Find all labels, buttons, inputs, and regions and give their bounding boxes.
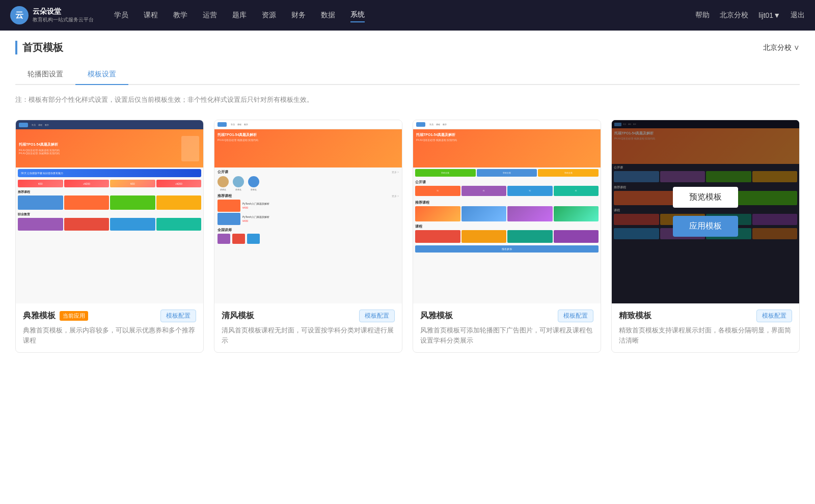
template-desc-4: 精致首页模板支持课程展示封面，各模板分隔明显，界面简洁清晰 — [619, 325, 792, 345]
template-name-left-1: 典雅模板 当前应用 — [23, 311, 88, 321]
nav-item-courses[interactable]: 课程 — [144, 9, 158, 22]
page-title-row: 首页模板 北京分校 ∨ — [15, 41, 800, 54]
nav-right: 帮助 北京分校 lijt01▼ 退出 — [695, 11, 805, 20]
nav-menu: 学员 课程 教学 运营 题库 资源 财务 数据 系统 — [114, 8, 695, 22]
template-desc-1: 典雅首页模板，展示内容较多，可以展示优惠券和多个推荐课程 — [23, 325, 196, 345]
template-card-4: 学员 课程 教学 托福TPO1-54真题及解析 P4 AI·Q语言处理·线路进程… — [611, 120, 800, 353]
user-menu[interactable]: lijt01▼ — [758, 11, 780, 19]
template-footer-4: 精致模板 模板配置 精致首页模板支持课程展示封面，各模板分隔明显，界面简洁清晰 — [612, 303, 799, 352]
template-footer-1: 典雅模板 当前应用 模板配置 典雅首页模板，展示内容较多，可以展示优惠券和多个推… — [16, 303, 203, 352]
logo-area: 云 云朵设堂 教育机构一站式服务云平台 — [10, 6, 94, 24]
help-link[interactable]: 帮助 — [695, 11, 710, 20]
template-name-row-2: 清风模板 模板配置 — [222, 310, 395, 322]
logo-sub-text: 教育机构一站式服务云平台 — [33, 16, 94, 23]
nav-item-operations[interactable]: 运营 — [203, 9, 217, 22]
main-header: 云 云朵设堂 教育机构一站式服务云平台 学员 课程 教学 运营 题库 资源 财务… — [0, 0, 815, 31]
current-badge-1: 当前应用 — [60, 311, 88, 321]
logo-main-text: 云朵设堂 — [33, 7, 94, 16]
template-name-1: 典雅模板 — [23, 311, 56, 321]
template-name-left-3: 风雅模板 — [420, 311, 453, 321]
tab-carousel[interactable]: 轮播图设置 — [15, 65, 75, 85]
template-name-left-2: 清风模板 — [222, 311, 254, 321]
template-preview-3: 学员 课程 教学 托福TPO1-54真题及解析 P4 AI·Q语言处理·线路进程… — [413, 120, 601, 303]
template-name-row-1: 典雅模板 当前应用 模板配置 — [23, 310, 196, 322]
nav-item-resources[interactable]: 资源 — [262, 9, 276, 22]
page-container: 首页模板 北京分校 ∨ 轮播图设置 模板设置 注：模板有部分个性化样式设置，设置… — [0, 31, 815, 504]
config-btn-3[interactable]: 模板配置 — [558, 310, 593, 322]
template-card-3: 学员 课程 教学 托福TPO1-54真题及解析 P4 AI·Q语言处理·线路进程… — [413, 120, 601, 353]
config-btn-2[interactable]: 模板配置 — [359, 310, 395, 322]
template-preview-1: 学员 课程 教学 托福TPO1-54真题及解析 P4 AI·Q语言处理·线路进程… — [16, 120, 203, 303]
preview-template-btn-4[interactable]: 预览模板 — [673, 187, 738, 208]
nav-item-students[interactable]: 学员 — [114, 9, 128, 22]
logout-link[interactable]: 退出 — [791, 11, 805, 20]
template-name-left-4: 精致模板 — [619, 311, 651, 321]
tab-template[interactable]: 模板设置 — [75, 65, 128, 85]
template-overlay-4: 预览模板 应用模板 — [612, 120, 799, 303]
template-footer-3: 风雅模板 模板配置 风雅首页模板可添加轮播图下广告图片，可对课程及课程包设置学科… — [413, 303, 601, 352]
nav-item-teaching[interactable]: 教学 — [173, 9, 187, 22]
template-card-2: 学员 课程 教学 托福TPO1-54真题及解析 P4 AI·Q语言处理·线路进程… — [214, 120, 402, 353]
logo-icon: 云 — [10, 6, 29, 24]
template-name-row-3: 风雅模板 模板配置 — [420, 310, 593, 322]
template-name-4: 精致模板 — [619, 311, 651, 321]
nav-item-questions[interactable]: 题库 — [232, 9, 247, 22]
template-preview-2: 学员 课程 教学 托福TPO1-54真题及解析 P4 AI·Q语言处理·线路进程… — [214, 120, 402, 303]
school-selector[interactable]: 北京分校 ∨ — [763, 43, 800, 52]
tabs-row: 轮播图设置 模板设置 — [15, 65, 800, 85]
config-btn-4[interactable]: 模板配置 — [756, 310, 792, 322]
school-link[interactable]: 北京分校 — [720, 11, 748, 20]
template-preview-4: 学员 课程 教学 托福TPO1-54真题及解析 P4 AI·Q语言处理·线路进程… — [612, 120, 799, 303]
logo-text: 云朵设堂 教育机构一站式服务云平台 — [33, 7, 94, 23]
template-footer-2: 清风模板 模板配置 清风首页模板课程无封面，可设置按学科分类对课程进行展示 — [214, 303, 402, 352]
config-btn-1[interactable]: 模板配置 — [160, 310, 196, 322]
template-desc-2: 清风首页模板课程无封面，可设置按学科分类对课程进行展示 — [222, 325, 395, 345]
nav-item-data[interactable]: 数据 — [321, 9, 335, 22]
nav-item-system[interactable]: 系统 — [350, 8, 365, 22]
page-title: 首页模板 — [15, 41, 63, 54]
template-name-row-4: 精致模板 模板配置 — [619, 310, 792, 322]
template-desc-3: 风雅首页模板可添加轮播图下广告图片，可对课程及课程包设置学科分类展示 — [420, 325, 593, 345]
apply-template-btn-4[interactable]: 应用模板 — [673, 216, 738, 237]
template-card-1: 学员 课程 教学 托福TPO1-54真题及解析 P4 AI·Q语言处理·线路进程… — [15, 120, 204, 353]
template-grid: 学员 课程 教学 托福TPO1-54真题及解析 P4 AI·Q语言处理·线路进程… — [15, 120, 800, 353]
template-name-2: 清风模板 — [222, 311, 254, 321]
note-text: 注：模板有部分个性化样式设置，设置后仅当前模板生效；非个性化样式设置后只针对所有… — [15, 95, 800, 104]
nav-item-finance[interactable]: 财务 — [291, 9, 306, 22]
template-name-3: 风雅模板 — [420, 311, 453, 321]
